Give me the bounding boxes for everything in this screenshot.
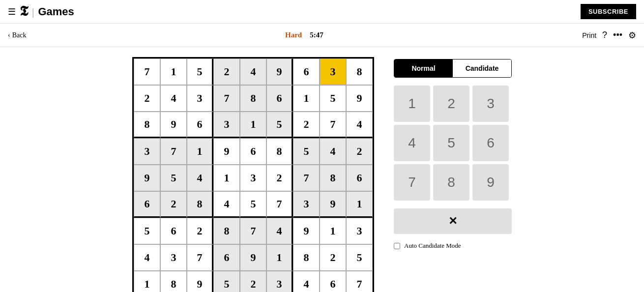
num-button-9[interactable]: 9 [472, 164, 509, 201]
sudoku-cell[interactable]: 5 [320, 85, 346, 112]
sudoku-cell[interactable]: 7 [160, 138, 187, 165]
sudoku-cell[interactable]: 5 [293, 138, 320, 165]
sudoku-cell[interactable]: 6 [346, 165, 373, 191]
sudoku-cell[interactable]: 5 [266, 112, 293, 138]
sudoku-cell[interactable]: 6 [320, 271, 346, 292]
num-button-8[interactable]: 8 [433, 164, 469, 201]
sudoku-cell[interactable]: 1 [160, 58, 187, 85]
sudoku-cell[interactable]: 2 [240, 271, 266, 292]
sudoku-cell[interactable]: 7 [213, 85, 240, 112]
sudoku-cell[interactable]: 3 [346, 218, 373, 244]
sudoku-cell[interactable]: 3 [293, 191, 320, 218]
sudoku-cell[interactable]: 7 [293, 165, 320, 191]
sudoku-cell[interactable]: 2 [160, 191, 187, 218]
sudoku-cell[interactable]: 3 [240, 165, 266, 191]
sudoku-cell[interactable]: 1 [346, 191, 373, 218]
sudoku-cell[interactable]: 5 [160, 165, 187, 191]
sudoku-cell[interactable]: 8 [134, 112, 160, 138]
sudoku-cell[interactable]: 5 [213, 271, 240, 292]
sudoku-cell[interactable]: 6 [134, 191, 160, 218]
more-options-icon[interactable]: ••• [613, 30, 622, 40]
num-button-4[interactable]: 4 [394, 125, 430, 161]
sudoku-cell[interactable]: 4 [346, 112, 373, 138]
sudoku-cell[interactable]: 7 [266, 191, 293, 218]
sudoku-cell[interactable]: 7 [187, 244, 213, 271]
sudoku-cell[interactable]: 8 [240, 85, 266, 112]
sudoku-cell[interactable]: 9 [187, 271, 213, 292]
sudoku-cell[interactable]: 6 [293, 58, 320, 85]
sudoku-cell[interactable]: 4 [213, 191, 240, 218]
sudoku-cell[interactable]: 4 [187, 165, 213, 191]
sudoku-cell[interactable]: 9 [213, 138, 240, 165]
delete-button[interactable]: ✕ [394, 208, 512, 234]
sudoku-cell[interactable]: 4 [320, 138, 346, 165]
sudoku-cell[interactable]: 3 [320, 58, 346, 85]
sudoku-cell[interactable]: 1 [240, 112, 266, 138]
sudoku-cell[interactable]: 9 [346, 85, 373, 112]
sudoku-cell[interactable]: 3 [266, 271, 293, 292]
sudoku-cell[interactable]: 1 [134, 271, 160, 292]
sudoku-cell[interactable]: 3 [187, 85, 213, 112]
back-nav[interactable]: ‹ Back [8, 31, 26, 39]
sudoku-cell[interactable]: 7 [320, 112, 346, 138]
sudoku-cell[interactable]: 9 [160, 112, 187, 138]
settings-icon[interactable]: ⚙ [628, 30, 636, 41]
sudoku-cell[interactable]: 6 [213, 244, 240, 271]
candidate-mode-button[interactable]: Candidate [453, 59, 511, 77]
sudoku-cell[interactable]: 4 [160, 85, 187, 112]
sudoku-cell[interactable]: 2 [134, 85, 160, 112]
sudoku-cell[interactable]: 6 [266, 85, 293, 112]
help-icon[interactable]: ? [602, 30, 607, 40]
sudoku-cell[interactable]: 4 [134, 244, 160, 271]
sudoku-cell[interactable]: 9 [266, 58, 293, 85]
sudoku-cell[interactable]: 8 [293, 244, 320, 271]
sudoku-cell[interactable]: 3 [134, 138, 160, 165]
sudoku-cell[interactable]: 9 [320, 191, 346, 218]
sudoku-cell[interactable]: 3 [213, 112, 240, 138]
sudoku-cell[interactable]: 8 [266, 138, 293, 165]
sudoku-cell[interactable]: 4 [266, 218, 293, 244]
sudoku-cell[interactable]: 5 [134, 218, 160, 244]
normal-mode-button[interactable]: Normal [394, 59, 453, 77]
sudoku-cell[interactable]: 8 [346, 58, 373, 85]
sudoku-cell[interactable]: 2 [266, 165, 293, 191]
sudoku-cell[interactable]: 6 [240, 138, 266, 165]
sudoku-cell[interactable]: 2 [213, 58, 240, 85]
sudoku-cell[interactable]: 1 [213, 165, 240, 191]
sudoku-cell[interactable]: 7 [240, 218, 266, 244]
sudoku-cell[interactable]: 1 [187, 138, 213, 165]
sudoku-cell[interactable]: 8 [187, 191, 213, 218]
sudoku-cell[interactable]: 5 [240, 191, 266, 218]
sudoku-cell[interactable]: 9 [240, 244, 266, 271]
sudoku-cell[interactable]: 7 [346, 271, 373, 292]
sudoku-cell[interactable]: 2 [320, 244, 346, 271]
sudoku-cell[interactable]: 4 [293, 271, 320, 292]
auto-candidate-label[interactable]: Auto Candidate Mode [404, 242, 461, 250]
sudoku-cell[interactable]: 6 [187, 112, 213, 138]
subscribe-button[interactable]: SUBSCRIBE [581, 4, 636, 19]
print-button[interactable]: Print [582, 31, 596, 39]
num-button-3[interactable]: 3 [472, 86, 509, 122]
sudoku-cell[interactable]: 4 [240, 58, 266, 85]
num-button-1[interactable]: 1 [394, 86, 430, 122]
num-button-7[interactable]: 7 [394, 164, 430, 201]
sudoku-cell[interactable]: 2 [346, 138, 373, 165]
auto-candidate-checkbox[interactable] [394, 243, 400, 249]
num-button-2[interactable]: 2 [433, 86, 469, 122]
sudoku-cell[interactable]: 1 [293, 85, 320, 112]
sudoku-cell[interactable]: 8 [160, 271, 187, 292]
sudoku-cell[interactable]: 5 [346, 244, 373, 271]
sudoku-cell[interactable]: 5 [187, 58, 213, 85]
sudoku-cell[interactable]: 9 [293, 218, 320, 244]
sudoku-cell[interactable]: 3 [160, 244, 187, 271]
hamburger-icon[interactable]: ☰ [8, 6, 16, 17]
num-button-5[interactable]: 5 [433, 125, 469, 161]
sudoku-cell[interactable]: 2 [187, 218, 213, 244]
sudoku-cell[interactable]: 8 [213, 218, 240, 244]
sudoku-cell[interactable]: 6 [160, 218, 187, 244]
sudoku-cell[interactable]: 1 [266, 244, 293, 271]
sudoku-cell[interactable]: 8 [320, 165, 346, 191]
sudoku-cell[interactable]: 7 [134, 58, 160, 85]
sudoku-cell[interactable]: 2 [293, 112, 320, 138]
num-button-6[interactable]: 6 [472, 125, 509, 161]
